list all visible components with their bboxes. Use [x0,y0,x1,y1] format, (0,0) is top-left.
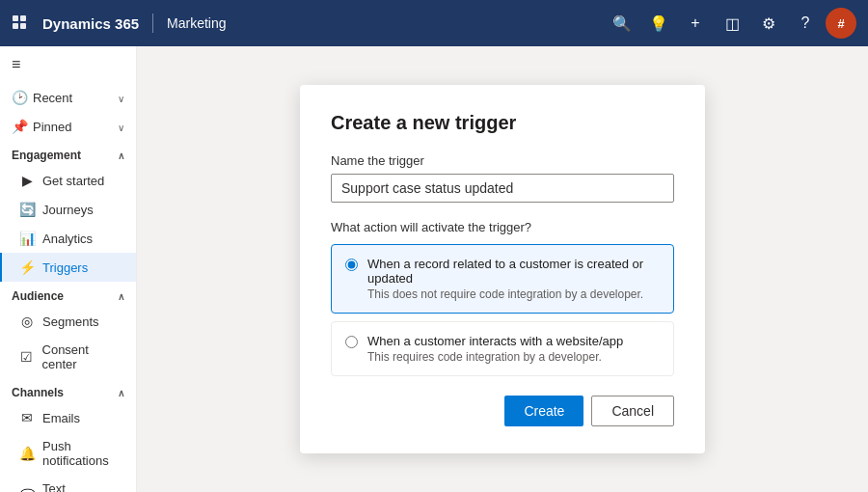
analytics-label: Analytics [42,232,93,246]
sidebar-item-triggers[interactable]: ⚡ Triggers [0,253,136,282]
option2-title: When a customer interacts with a website… [367,334,623,348]
recent-label: Recent [33,91,72,105]
consent-icon: ☑ [19,349,35,365]
emails-label: Emails [42,411,80,425]
pinned-icon: 📌 [12,119,27,134]
triggers-icon: ⚡ [19,260,35,275]
engagement-label: Engagement [12,149,81,162]
sidebar: ≡ 🕑 Recent 📌 Pinned Engagement ▶ Get sta… [0,46,137,492]
channels-chevron[interactable] [118,386,124,399]
add-icon[interactable]: + [679,7,712,40]
hamburger-icon[interactable]: ≡ [0,46,136,83]
svg-rect-1 [20,15,26,21]
sidebar-item-text-messages[interactable]: 💬 Text messages [0,475,136,492]
analytics-icon: 📊 [19,231,35,246]
text-messages-icon: 💬 [19,488,35,492]
sidebar-item-push-notifications[interactable]: 🔔 Push notifications [0,432,136,475]
filter-icon[interactable]: ◫ [716,7,748,40]
search-icon[interactable]: 🔍 [606,7,638,40]
main-content: Create a new trigger Name the trigger Wh… [137,46,868,492]
topnav-icons: 🔍 💡 + ◫ ⚙ ? # [606,7,856,40]
option1-container[interactable]: When a record related to a customer is c… [331,244,674,314]
segments-label: Segments [42,314,99,329]
option1-radio[interactable] [345,259,358,271]
trigger-name-input[interactable] [331,174,674,203]
recent-chevron [118,91,124,105]
option1-desc: This does not require code integration b… [367,287,660,301]
user-avatar[interactable]: # [826,8,856,39]
sidebar-item-consent-center[interactable]: ☑ Consent center [0,336,136,378]
journeys-label: Journeys [42,203,94,217]
sidebar-item-journeys[interactable]: 🔄 Journeys [0,195,136,224]
segments-icon: ◎ [19,314,35,329]
channels-section-header: Channels [0,378,136,403]
option2-radio[interactable] [345,336,358,348]
sidebar-item-segments[interactable]: ◎ Segments [0,307,136,336]
text-messages-label: Text messages [42,481,124,492]
audience-label: Audience [12,289,64,303]
audience-chevron[interactable] [118,289,124,303]
option2-container[interactable]: When a customer interacts with a website… [331,321,674,376]
svg-rect-2 [13,23,18,29]
engagement-section-header: Engagement [0,141,136,166]
brand-text: Dynamics 365 [42,15,139,32]
svg-rect-0 [13,15,18,21]
get-started-icon: ▶ [19,173,35,188]
pinned-label: Pinned [33,120,71,134]
option1-title: When a record related to a customer is c… [367,257,660,286]
get-started-label: Get started [42,174,104,188]
help-icon[interactable]: ? [789,7,822,40]
lightbulb-icon[interactable]: 💡 [642,7,675,40]
action-question: What action will activate the trigger? [331,220,674,234]
audience-section-header: Audience [0,282,136,307]
option1-content: When a record related to a customer is c… [367,257,660,301]
main-layout: ≡ 🕑 Recent 📌 Pinned Engagement ▶ Get sta… [0,46,868,492]
pinned-chevron [118,120,124,134]
journeys-icon: 🔄 [19,202,35,217]
option2-desc: This requires code integration by a deve… [367,350,623,364]
create-trigger-dialog: Create a new trigger Name the trigger Wh… [300,85,705,453]
sidebar-item-recent[interactable]: 🕑 Recent [0,83,136,112]
module-name: Marketing [167,15,226,31]
consent-center-label: Consent center [42,342,124,371]
sidebar-item-analytics[interactable]: 📊 Analytics [0,224,136,253]
top-navigation: Dynamics 365 Marketing 🔍 💡 + ◫ ⚙ ? # [0,0,868,46]
triggers-label: Triggers [42,260,88,275]
push-notifications-label: Push notifications [42,439,124,468]
option2-content: When a customer interacts with a website… [367,334,623,364]
brand-name: Dynamics 365 [42,15,139,32]
recent-icon: 🕑 [12,90,27,105]
name-label: Name the trigger [331,153,674,168]
dialog-title: Create a new trigger [331,112,674,134]
dialog-actions: Create Cancel [331,396,674,426]
engagement-chevron[interactable] [118,149,124,162]
apps-grid-icon[interactable] [12,14,29,32]
push-notifications-icon: 🔔 [19,446,35,461]
sidebar-item-emails[interactable]: ✉ Emails [0,403,136,432]
sidebar-item-get-started[interactable]: ▶ Get started [0,166,136,195]
create-button[interactable]: Create [504,396,583,426]
settings-icon[interactable]: ⚙ [752,7,785,40]
channels-label: Channels [12,386,64,399]
cancel-button[interactable]: Cancel [591,396,674,426]
sidebar-item-pinned[interactable]: 📌 Pinned [0,112,136,141]
nav-divider [152,14,153,33]
svg-rect-3 [20,23,26,29]
emails-icon: ✉ [19,410,35,425]
